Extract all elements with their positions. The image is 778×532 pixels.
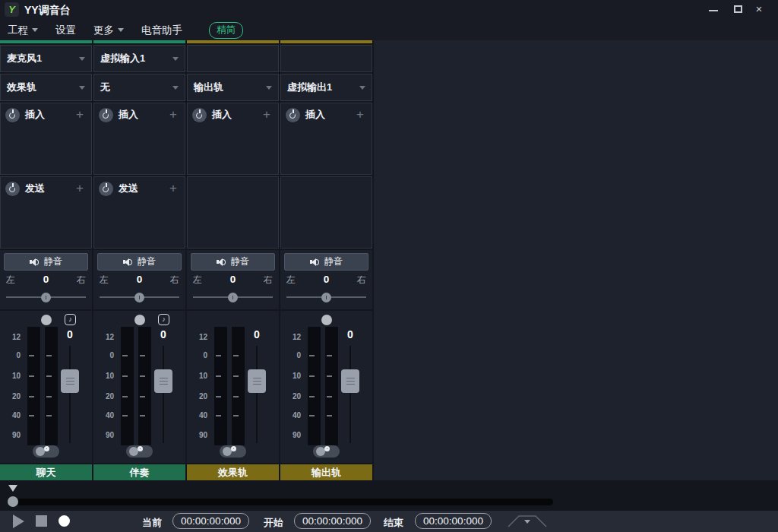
pan-slider-thumb[interactable] — [41, 293, 51, 302]
level-meter-left — [27, 327, 40, 445]
pan-slider-thumb[interactable] — [134, 293, 144, 302]
music-note-icon[interactable]: ♪ — [65, 314, 76, 325]
app-title: YY调音台 — [24, 4, 71, 17]
route-select[interactable]: 效果轨 — [0, 74, 92, 101]
power-icon[interactable] — [99, 182, 113, 196]
current-time-value[interactable]: 00:00:00:000 — [172, 513, 249, 529]
speaker-icon — [30, 258, 40, 267]
mute-pan-section: 静音 左 0 右 — [0, 250, 92, 309]
playhead-marker-icon[interactable] — [8, 485, 17, 492]
mute-pan-section: 静音 左 0 右 — [93, 250, 185, 309]
menu-more[interactable]: 更多 — [93, 24, 124, 37]
music-note-icon[interactable]: ♪ — [158, 314, 169, 325]
power-icon[interactable] — [192, 108, 207, 122]
menu-settings-label: 设置 — [55, 24, 76, 37]
mute-button[interactable]: 静音 — [191, 253, 275, 271]
add-send-button[interactable]: + — [169, 181, 177, 196]
source-select[interactable]: 虚拟输入1 — [93, 45, 185, 72]
level-meter-left — [121, 327, 134, 445]
power-icon[interactable] — [5, 108, 20, 122]
insert-panel: 插入 + — [93, 103, 185, 175]
simplified-mode-badge[interactable]: 精简 — [209, 22, 243, 39]
volume-fader[interactable] — [154, 369, 172, 393]
chevron-down-icon — [79, 57, 85, 61]
send-label: 发送 — [119, 182, 138, 195]
channel-color-strip — [93, 40, 185, 43]
pan-slider[interactable] — [285, 290, 368, 304]
collapse-panel-button[interactable] — [508, 515, 547, 527]
mute-pan-section: 静音 左 0 右 — [280, 250, 372, 309]
route-select[interactable]: 输出轨 — [187, 74, 279, 101]
channel-toggle[interactable] — [313, 445, 340, 458]
pan-right-label: 右 — [357, 274, 366, 287]
pan-slider-thumb[interactable] — [321, 293, 331, 302]
menu-edm-assistant[interactable]: 电音助手 — [141, 24, 182, 37]
stop-button[interactable] — [36, 515, 47, 527]
pan-slider[interactable] — [191, 290, 274, 304]
channel-color-strip — [280, 40, 372, 43]
power-icon[interactable] — [99, 108, 113, 122]
level-meter-left — [214, 327, 227, 445]
speaker-icon — [310, 258, 320, 267]
fader-value: 0 — [247, 328, 267, 340]
menu-project[interactable]: 工程 — [8, 24, 38, 37]
channel-toggle[interactable] — [33, 445, 59, 458]
pan-slider[interactable] — [5, 290, 87, 304]
current-time-label: 当前 — [142, 516, 162, 530]
add-insert-button[interactable]: + — [76, 107, 84, 122]
send-label: 发送 — [25, 182, 45, 195]
volume-fader[interactable] — [341, 369, 359, 393]
route-select-value: 效果轨 — [7, 81, 36, 94]
insert-label: 插入 — [25, 108, 45, 122]
timeline-position-knob[interactable] — [8, 496, 18, 507]
level-meter-right — [45, 327, 58, 445]
source-select-empty — [280, 45, 372, 72]
play-button[interactable] — [13, 515, 24, 528]
menu-bar: 工程 设置 更多 电音助手 精简 — [0, 20, 778, 40]
insert-panel: 插入 + — [280, 103, 372, 175]
fader-section: 0 120 1020 4090 — [187, 311, 279, 463]
route-select-value: 输出轨 — [194, 81, 223, 94]
route-select[interactable]: 虚拟输出1 — [280, 74, 372, 101]
route-select-value: 无 — [100, 81, 110, 94]
menu-settings[interactable]: 设置 — [55, 24, 76, 37]
fader-track — [163, 346, 164, 443]
power-icon[interactable] — [5, 182, 20, 196]
volume-fader[interactable] — [248, 369, 266, 393]
close-button[interactable]: × — [749, 0, 769, 18]
fader-track — [256, 346, 258, 443]
minimize-button[interactable] — [704, 0, 723, 18]
route-select[interactable]: 无 — [93, 74, 185, 101]
timeline — [0, 480, 778, 511]
add-insert-button[interactable]: + — [263, 107, 270, 122]
mute-button[interactable]: 静音 — [284, 253, 368, 271]
insert-panel: 插入 + — [187, 103, 279, 175]
channel-strip-4: 虚拟输出1 插入 + 静音 左 0 右 — [280, 40, 372, 482]
mute-label: 静音 — [231, 255, 250, 268]
end-time-value[interactable]: 00:00:00:000 — [415, 513, 492, 529]
add-insert-button[interactable]: + — [169, 107, 177, 122]
mute-button[interactable]: 静音 — [97, 253, 182, 271]
volume-fader[interactable] — [61, 369, 79, 393]
signal-indicator-icon — [134, 315, 145, 325]
mute-button[interactable]: 静音 — [4, 253, 88, 271]
maximize-button[interactable] — [728, 0, 748, 18]
start-time-value[interactable]: 00:00:00:000 — [294, 513, 371, 529]
source-select[interactable]: 麦克风1 — [0, 45, 92, 72]
power-icon[interactable] — [286, 108, 300, 122]
add-insert-button[interactable]: + — [356, 107, 364, 122]
pan-slider[interactable] — [98, 290, 181, 304]
insert-label: 插入 — [119, 108, 138, 122]
insert-label: 插入 — [305, 108, 325, 122]
chevron-down-icon — [118, 28, 124, 32]
send-panel: 发送 + — [0, 176, 92, 249]
title-bar: Y YY调音台 × — [0, 0, 778, 20]
source-select-value: 虚拟输入1 — [100, 52, 145, 65]
pan-slider-thumb[interactable] — [228, 293, 238, 302]
channel-toggle[interactable] — [220, 445, 246, 458]
channel-toggle[interactable] — [126, 445, 153, 458]
record-button[interactable] — [59, 515, 70, 527]
timeline-track[interactable] — [12, 499, 553, 505]
channel-strip-1: 麦克风1 效果轨 插入 + 发送 + — [0, 40, 92, 482]
add-send-button[interactable]: + — [76, 181, 84, 196]
